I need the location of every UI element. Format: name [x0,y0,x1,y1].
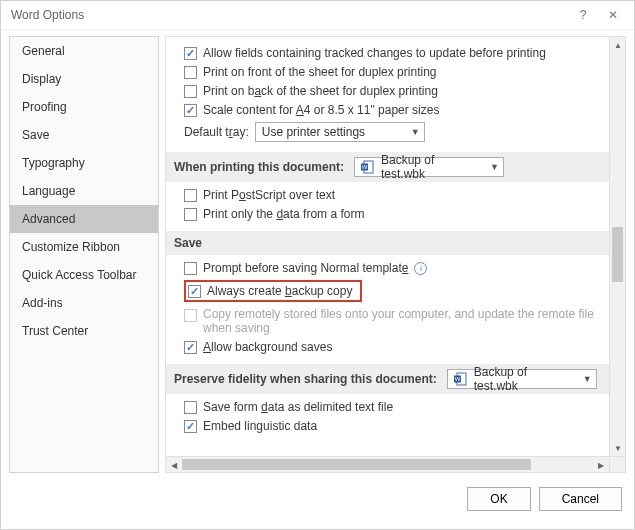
option-print-front[interactable]: Print on front of the sheet for duplex p… [184,65,599,79]
option-label: Allow fields containing tracked changes … [203,46,546,60]
scroll-up-icon[interactable]: ▲ [610,37,626,53]
svg-text:W: W [362,164,368,170]
sidebar: General Display Proofing Save Typography… [9,36,159,473]
scroll-thumb[interactable] [612,227,623,282]
checkbox-icon [184,309,197,322]
titlebar: Word Options ? ✕ [1,1,634,29]
checkbox-icon[interactable] [184,401,197,414]
sidebar-item-display[interactable]: Display [10,65,158,93]
window-title: Word Options [11,8,568,22]
sidebar-item-typography[interactable]: Typography [10,149,158,177]
default-tray-dropdown[interactable]: Use printer settings ▼ [255,122,425,142]
dropdown-value: Backup of test.wbk [381,153,478,181]
option-backup-copy-row: Always create backup copy [184,280,599,302]
option-label: Allow background saves [203,340,332,354]
option-form-delimited[interactable]: Save form data as delimited text file [184,400,599,414]
scroll-right-icon[interactable]: ▶ [593,457,609,473]
word-doc-icon: W [454,372,468,386]
scroll-left-icon[interactable]: ◀ [166,457,182,473]
sidebar-item-advanced[interactable]: Advanced [10,205,158,233]
option-label: Always create backup copy [207,284,352,298]
cancel-button[interactable]: Cancel [539,487,622,511]
checkbox-icon[interactable] [184,341,197,354]
dropdown-value: Use printer settings [262,125,365,139]
printing-document-dropdown[interactable]: W Backup of test.wbk ▼ [354,157,504,177]
option-print-back[interactable]: Print on back of the sheet for duplex pr… [184,84,599,98]
option-postscript[interactable]: Print PostScript over text [184,188,599,202]
dropdown-value: Backup of test.wbk [474,365,571,393]
option-print-data-only[interactable]: Print only the data from a form [184,207,599,221]
scroll-down-icon[interactable]: ▼ [610,440,626,456]
word-doc-icon: W [361,160,375,174]
option-label: Save form data as delimited text file [203,400,393,414]
option-label: Scale content for A4 or 8.5 x 11" paper … [203,103,439,117]
checkbox-icon[interactable] [184,262,197,275]
content-pane: Allow fields containing tracked changes … [165,36,626,473]
sidebar-item-customize-ribbon[interactable]: Customize Ribbon [10,233,158,261]
section-save: Save [166,231,609,255]
checkbox-icon[interactable] [184,85,197,98]
highlight-box: Always create backup copy [184,280,362,302]
dialog-body: General Display Proofing Save Typography… [1,29,634,479]
default-tray-label: Default tray: [184,125,249,139]
option-label: Prompt before saving Normal template [203,261,408,275]
section-label: When printing this document: [174,160,344,174]
option-label: Copy remotely stored files onto your com… [203,307,598,335]
info-icon[interactable]: i [414,262,427,275]
fidelity-document-dropdown[interactable]: W Backup of test.wbk ▼ [447,369,597,389]
sidebar-item-proofing[interactable]: Proofing [10,93,158,121]
option-allow-fields[interactable]: Allow fields containing tracked changes … [184,46,599,60]
section-label: Save [174,236,202,250]
checkbox-icon[interactable] [184,208,197,221]
close-button[interactable]: ✕ [598,4,628,26]
chevron-down-icon: ▼ [583,374,592,384]
sidebar-item-quick-access[interactable]: Quick Access Toolbar [10,261,158,289]
option-copy-remote: Copy remotely stored files onto your com… [184,307,599,335]
sidebar-item-addins[interactable]: Add-ins [10,289,158,317]
content-scroll-area: Allow fields containing tracked changes … [166,37,609,456]
checkbox-icon[interactable] [184,66,197,79]
horizontal-scrollbar[interactable]: ◀ ▶ [166,456,609,472]
checkbox-icon[interactable] [184,104,197,117]
option-label: Print PostScript over text [203,188,335,202]
checkbox-icon[interactable] [184,189,197,202]
help-button[interactable]: ? [568,4,598,26]
default-tray-row: Default tray: Use printer settings ▼ [184,122,599,142]
option-embed-linguistic[interactable]: Embed linguistic data [184,419,599,433]
option-label: Embed linguistic data [203,419,317,433]
chevron-down-icon: ▼ [411,127,420,137]
checkbox-icon[interactable] [184,47,197,60]
option-background-saves[interactable]: Allow background saves [184,340,599,354]
ok-button[interactable]: OK [467,487,530,511]
section-preserve-fidelity: Preserve fidelity when sharing this docu… [166,364,609,394]
option-label: Print only the data from a form [203,207,364,221]
option-label: Print on front of the sheet for duplex p… [203,65,436,79]
chevron-down-icon: ▼ [490,162,499,172]
sidebar-item-save[interactable]: Save [10,121,158,149]
option-label: Print on back of the sheet for duplex pr… [203,84,438,98]
svg-text:W: W [454,376,460,382]
sidebar-item-trust-center[interactable]: Trust Center [10,317,158,345]
section-printing-document: When printing this document: W Backup of… [166,152,609,182]
dialog-footer: OK Cancel [1,479,634,519]
checkbox-icon[interactable] [184,420,197,433]
option-prompt-normal[interactable]: Prompt before saving Normal template i [184,261,599,275]
scroll-corner [609,456,625,472]
vertical-scrollbar[interactable]: ▲ ▼ [609,37,625,456]
option-scale-a4[interactable]: Scale content for A4 or 8.5 x 11" paper … [184,103,599,117]
sidebar-item-language[interactable]: Language [10,177,158,205]
sidebar-item-general[interactable]: General [10,37,158,65]
scroll-track[interactable] [182,457,593,472]
scroll-track[interactable] [610,53,625,440]
section-label: Preserve fidelity when sharing this docu… [174,372,437,386]
checkbox-icon[interactable] [188,285,201,298]
scroll-thumb[interactable] [182,459,531,470]
